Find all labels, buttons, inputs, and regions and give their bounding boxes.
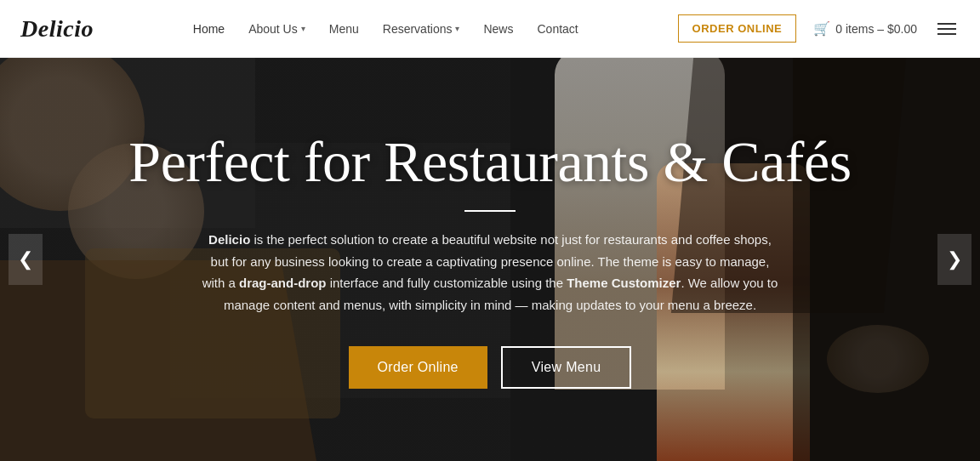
main-nav: Home About Us ▾ Menu Reservations ▾ News… bbox=[193, 22, 578, 36]
nav-news[interactable]: News bbox=[483, 22, 513, 36]
hero-brand-name: Delicio bbox=[208, 232, 250, 247]
next-arrow-icon: ❯ bbox=[947, 248, 962, 270]
cart-label: 0 items – $0.00 bbox=[835, 22, 917, 36]
hero-title: Perfect for Restaurants & Cafés bbox=[128, 130, 851, 194]
nav-contact[interactable]: Contact bbox=[537, 22, 578, 36]
hero-desc-bold2: Theme Customizer bbox=[567, 276, 681, 290]
hamburger-menu[interactable] bbox=[934, 20, 960, 38]
prev-arrow-icon: ❮ bbox=[18, 248, 33, 270]
nav-menu[interactable]: Menu bbox=[329, 22, 359, 36]
hero-section: ❮ Perfect for Restaurants & Cafés Delici… bbox=[0, 58, 980, 461]
hero-desc-bold1: drag-and-drop bbox=[239, 276, 327, 290]
hamburger-line-2 bbox=[937, 28, 956, 30]
nav-home[interactable]: Home bbox=[193, 22, 225, 36]
reservations-chevron-icon: ▾ bbox=[455, 24, 459, 33]
hamburger-line-3 bbox=[937, 33, 956, 35]
cart-icon: 🛒 bbox=[813, 20, 830, 37]
hero-order-button[interactable]: Order Online bbox=[349, 346, 487, 389]
logo[interactable]: Delicio bbox=[20, 15, 94, 43]
nav-reservations[interactable]: Reservations ▾ bbox=[383, 22, 460, 36]
hero-divider bbox=[464, 210, 516, 212]
hero-content: Perfect for Restaurants & Cafés Delicio … bbox=[0, 58, 980, 461]
site-header: Delicio Home About Us ▾ Menu Reservation… bbox=[0, 0, 980, 58]
order-online-button[interactable]: ORDER ONLINE bbox=[678, 14, 797, 43]
about-us-chevron-icon: ▾ bbox=[301, 24, 305, 33]
nav-about-us[interactable]: About Us ▾ bbox=[248, 22, 305, 36]
hero-prev-button[interactable]: ❮ bbox=[9, 234, 43, 285]
hero-desc-mid: interface and fully customizable using t… bbox=[327, 276, 567, 290]
hero-description: Delicio is the perfect solution to creat… bbox=[201, 229, 779, 316]
hero-menu-button[interactable]: View Menu bbox=[501, 346, 632, 389]
hamburger-line-1 bbox=[937, 23, 956, 25]
header-right: ORDER ONLINE 🛒 0 items – $0.00 bbox=[678, 14, 960, 43]
hero-buttons: Order Online View Menu bbox=[349, 346, 632, 389]
hero-next-button[interactable]: ❯ bbox=[937, 234, 971, 285]
cart-area[interactable]: 🛒 0 items – $0.00 bbox=[813, 20, 917, 37]
